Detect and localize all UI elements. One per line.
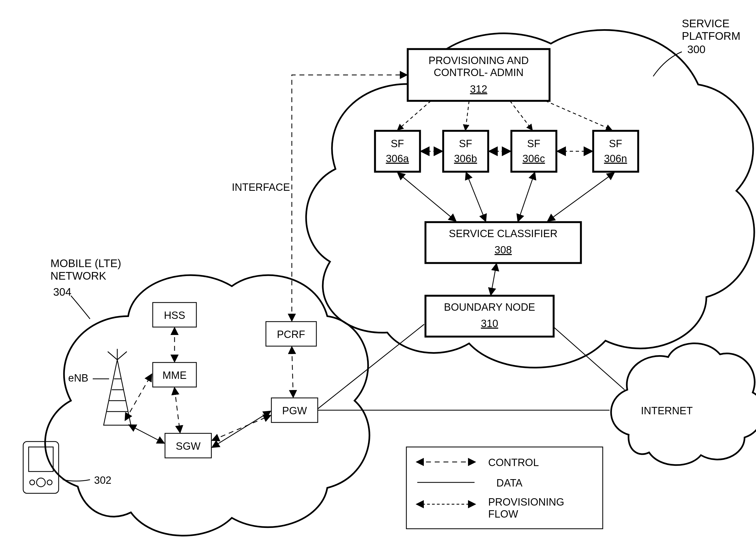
enb-label: eNB — [68, 372, 88, 384]
sgw-label: SGW — [176, 441, 201, 452]
mobile-device-icon — [23, 442, 59, 493]
sf-box-0: SF 306a — [375, 131, 420, 172]
sf-box-2: SF 306c — [511, 131, 556, 172]
enb-icon — [104, 349, 131, 425]
svg-text:306a: 306a — [386, 153, 409, 164]
mobile-network-cloud — [45, 275, 369, 536]
hss-label: HSS — [164, 310, 185, 321]
mobile-network-label: MOBILE (LTE)NETWORK — [51, 257, 121, 282]
internet-label: INTERNET — [641, 405, 693, 416]
sf-box-1: SF 306b — [443, 131, 488, 172]
svg-text:306b: 306b — [454, 153, 477, 164]
svg-point-20 — [30, 480, 35, 485]
interface-label: INTERFACE — [232, 181, 290, 193]
svg-point-21 — [47, 480, 52, 485]
svg-text:306n: 306n — [604, 153, 627, 164]
svg-rect-3 — [443, 131, 488, 172]
svg-rect-18 — [28, 447, 53, 472]
svg-text:SF: SF — [459, 138, 472, 149]
mobile-device-ref: 302 — [94, 475, 111, 486]
pgw-label: PGW — [282, 405, 307, 416]
svg-rect-6 — [511, 131, 556, 172]
service-platform-label: SERVICEPLATFORM — [682, 17, 741, 42]
internet-cloud — [611, 343, 756, 465]
service-platform-ref: 300 — [687, 43, 705, 55]
svg-rect-0 — [375, 131, 420, 172]
sf-box-3: SF 306n — [593, 131, 638, 172]
provisioning-admin-ref: 312 — [470, 83, 487, 95]
diagram-svg: SERVICEPLATFORM 300 PROVISIONING ANDCONT… — [0, 0, 756, 553]
legend-control: CONTROL — [488, 457, 539, 468]
pcrf-label: PCRF — [277, 329, 305, 340]
mobile-network-ref: 304 — [53, 286, 71, 298]
svg-text:SF: SF — [527, 138, 541, 149]
service-classifier-ref: 308 — [494, 244, 511, 256]
legend-data: DATA — [496, 477, 523, 489]
svg-text:306c: 306c — [523, 153, 545, 164]
svg-text:SF: SF — [391, 138, 404, 149]
service-classifier-title: SERVICE CLASSIFIER — [449, 228, 557, 239]
boundary-node-ref: 310 — [481, 318, 498, 329]
boundary-node-title: BOUNDARY NODE — [444, 301, 535, 313]
provisioning-admin-title: PROVISIONING ANDCONTROL- ADMIN — [428, 55, 529, 78]
svg-text:SF: SF — [609, 138, 622, 149]
svg-point-19 — [37, 478, 45, 487]
mme-label: MME — [162, 370, 187, 381]
svg-rect-9 — [593, 131, 638, 172]
